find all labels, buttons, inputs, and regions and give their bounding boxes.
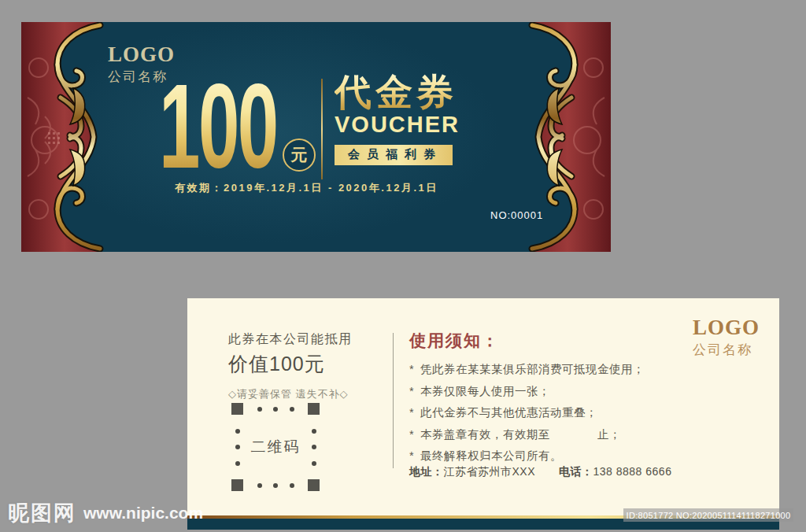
back-company-name: 公司名称 [693,341,760,359]
address-value: 江苏省苏州市XXX [444,465,536,478]
voucher-title-cn: 代金券 [335,72,460,111]
watermark-site-name: 昵图网 [8,499,76,527]
voucher-title-block: 代金券 VOUCHER 会员福利券 [335,72,460,165]
back-divider-line [393,333,394,468]
voucher-back-card: 此券在本公司能抵用 价值100元 ◇请妥善保管 遗失不补◇ 二维码 使用须知： … [187,298,779,530]
value-statement-block: 此券在本公司能抵用 价值100元 ◇请妥善保管 遗失不补◇ [228,331,353,401]
image-id-bar: ID:8051772 NO:20200511141118271000 [623,508,793,522]
redeem-statement: 此券在本公司能抵用 [228,331,353,348]
voucher-title-en: VOUCHER [335,113,460,136]
gold-divider [321,79,323,179]
back-logo-block: LOGO 公司名称 [693,317,760,359]
member-benefit-badge: 会员福利券 [335,145,453,165]
phone-label: 电话： [559,465,593,478]
serial-number: NO:00001 [490,209,543,221]
value-statement: 价值100元 [228,351,353,377]
notice-item: *最终解释权归本公司所有。 [409,445,669,467]
qr-label: 二维码 [231,403,320,491]
notice-item: *本券盖章有效，有效期至 止； [409,424,669,446]
usage-notice-title: 使用须知： [409,330,669,352]
baroque-ornament-left [21,22,112,252]
phone-value: 138 8888 6666 [593,465,672,478]
notice-item: *凭此券在某某某俱乐部消费可抵现金使用； [409,359,669,381]
contact-row: 地址：江苏省苏州市XXX电话：138 8888 6666 [409,465,671,479]
yuan-circle-badge: 元 [283,139,316,172]
usage-notice-block: 使用须知： *凭此券在某某某俱乐部消费可抵现金使用； *本券仅限每人使用一张； … [409,330,669,467]
notice-item: *此代金券不与其他优惠活动重叠； [409,402,669,424]
page: { "front": { "logo": "LOGO", "company": … [0,0,806,532]
yuan-character: 元 [291,144,308,166]
back-logo-text: LOGO [693,317,760,338]
address-label: 地址： [409,465,444,478]
notice-item: *本券仅限每人使用一张； [409,381,669,403]
voucher-amount: 100 [159,66,277,186]
keep-safe-note: ◇请妥善保管 遗失不补◇ [228,387,353,401]
site-watermark: 昵图网 www.nipic.com [8,499,203,527]
validity-period: 有效期：2019年.12月.1日 - 2020年.12月.1日 [175,181,438,195]
watermark-site-url: www.nipic.com [83,504,203,523]
voucher-front-card: LOGO 公司名称 100 元 代金券 VOUCHER 会员福利券 有效期：20… [21,22,611,252]
qr-code-placeholder: 二维码 [231,403,320,491]
